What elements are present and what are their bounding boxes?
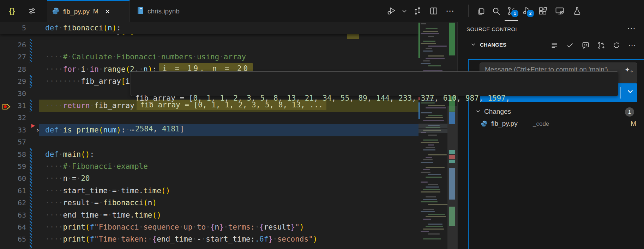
open-changes-icon[interactable] bbox=[412, 6, 423, 16]
extensions-icon[interactable] bbox=[537, 6, 548, 16]
modified-line-gutter-stripe bbox=[30, 100, 32, 112]
fold-chevron-icon[interactable]: › bbox=[35, 124, 40, 136]
line-number[interactable]: 33 bbox=[0, 124, 26, 136]
explorer-copy-icon[interactable] bbox=[476, 6, 486, 16]
commit-dropdown-chevron-icon[interactable] bbox=[627, 88, 634, 96]
sticky-line-code: def·fibonacci(n): bbox=[45, 22, 121, 34]
changes-section-header[interactable]: CHANGES bbox=[458, 39, 644, 52]
create-pull-request-icon[interactable] bbox=[596, 40, 606, 50]
modified-line-gutter-stripe bbox=[30, 75, 32, 88]
panel-title: SOURCE CONTROL bbox=[467, 26, 518, 32]
commit-split-divider bbox=[620, 87, 621, 99]
tab-label: fib_py.py bbox=[63, 8, 90, 16]
tab-fib-py[interactable]: fib_py.py M × bbox=[47, 0, 130, 22]
active-view-underline bbox=[505, 20, 518, 21]
refresh-icon[interactable] bbox=[612, 40, 621, 50]
toolbar-divider bbox=[468, 5, 469, 17]
tab-chris-ipynb[interactable]: chris.ipynb bbox=[130, 0, 197, 22]
changes-count-badge: 1 bbox=[625, 107, 634, 117]
source-control-icon[interactable]: 1 bbox=[506, 6, 517, 16]
partially-scrolled-line: ········fib_array[1]·=·1 bbox=[0, 34, 419, 39]
modified-line-gutter-stripe bbox=[30, 197, 32, 209]
inline-hint-fragment bbox=[347, 34, 359, 39]
layout-controls-icon[interactable] bbox=[27, 6, 37, 16]
view-as-list-icon[interactable] bbox=[549, 40, 559, 50]
run-debug-python-icon[interactable] bbox=[386, 6, 397, 16]
tooltip-line-2: 2584, 4181] bbox=[135, 124, 614, 134]
line-number[interactable]: 63 bbox=[0, 209, 26, 221]
search-icon[interactable] bbox=[491, 6, 501, 16]
line-number[interactable]: 65 bbox=[0, 233, 26, 245]
panel-more-icon[interactable]: ⋯ bbox=[627, 23, 636, 33]
tab-close-icon[interactable]: × bbox=[103, 7, 112, 16]
modified-line-gutter-stripe bbox=[30, 148, 32, 161]
source-control-badge: 1 bbox=[511, 9, 519, 18]
section-chevron-icon[interactable] bbox=[471, 42, 476, 48]
line-number[interactable]: 64 bbox=[0, 221, 26, 233]
line-number[interactable]: 59 bbox=[0, 160, 26, 172]
sticky-scroll-line[interactable]: 5 def·fibonacci(n): bbox=[0, 22, 419, 34]
modified-line-gutter-stripe bbox=[30, 160, 32, 173]
debug-value-tooltip: fib_array = [0, 1, 1, 2, 3, 5, 8, 13, 21… bbox=[131, 71, 618, 96]
code-line-26[interactable]: 26 bbox=[0, 39, 419, 51]
tab-label: chris.ipynb bbox=[148, 7, 180, 15]
debug-badge: 2 bbox=[526, 9, 535, 18]
braces-icon[interactable]: {} bbox=[6, 0, 18, 22]
line-number[interactable]: 29 bbox=[0, 75, 26, 87]
tooltip-line-1: fib_array = [0, 1, 1, 2, 3, 5, 8, 13, 21… bbox=[135, 93, 614, 103]
modified-status-badge: M bbox=[631, 120, 636, 128]
section-more-icon[interactable]: ⋯ bbox=[627, 40, 637, 50]
run-and-debug-icon[interactable]: 2 bbox=[522, 6, 532, 16]
vscode-window: {} fib_py.py M × bbox=[0, 0, 644, 249]
section-label: CHANGES bbox=[480, 42, 506, 48]
line-number[interactable]: 61 bbox=[0, 185, 26, 197]
modified-line-gutter-stripe bbox=[30, 233, 32, 245]
code-line-62[interactable]: 62····result·=·fibonacci(n) bbox=[0, 197, 419, 209]
code-line-65[interactable]: 65····print(f"Time·taken:·{end_time·-·st… bbox=[0, 233, 419, 245]
line-number[interactable]: 62 bbox=[0, 197, 26, 209]
remote-explorer-icon[interactable] bbox=[554, 6, 565, 16]
gutter-flag-icon bbox=[31, 124, 35, 128]
modified-line-gutter-stripe bbox=[30, 172, 32, 185]
line-number[interactable]: 32 bbox=[0, 112, 26, 124]
notebook-file-icon bbox=[137, 7, 144, 16]
line-number[interactable]: 60 bbox=[0, 172, 26, 184]
modified-line-gutter-stripe bbox=[30, 185, 32, 197]
testing-beaker-icon[interactable] bbox=[572, 6, 582, 16]
code-line-60[interactable]: 60····n·=·20 bbox=[0, 172, 419, 185]
modified-line-gutter-stripe bbox=[30, 39, 32, 51]
generate-commit-message-sparkle-icon[interactable]: ✦✧ bbox=[625, 66, 633, 74]
modified-line-gutter-stripe bbox=[30, 51, 32, 63]
code-line-61[interactable]: 61····start_time·=·time.time() bbox=[0, 185, 419, 197]
tab-modified-indicator: M bbox=[93, 8, 98, 15]
split-editor-icon[interactable] bbox=[428, 6, 439, 16]
run-dropdown-chevron-icon[interactable] bbox=[401, 6, 408, 16]
modified-line-gutter-stripe bbox=[30, 209, 32, 221]
commit-check-icon[interactable] bbox=[565, 40, 575, 50]
editor-more-actions-icon[interactable]: ⋯ bbox=[445, 6, 455, 16]
line-number[interactable]: 26 bbox=[0, 39, 26, 51]
tab-bar: {} fib_py.py M × bbox=[0, 0, 644, 22]
line-number[interactable]: 58 bbox=[0, 148, 26, 160]
code-line-59[interactable]: 59····#·Fibonacci·example bbox=[0, 160, 419, 173]
comment-code-icon[interactable] bbox=[580, 40, 590, 50]
code-line-66[interactable]: 66 bbox=[0, 245, 419, 249]
code-line-27[interactable]: 27····#·Calculate·Fibonacci·numbers·usin… bbox=[0, 51, 419, 63]
line-number[interactable]: 30 bbox=[0, 88, 26, 100]
line-number[interactable]: 28 bbox=[0, 63, 26, 75]
code-line-63[interactable]: 63····end_time·=·time.time() bbox=[0, 209, 419, 221]
line-number[interactable]: 27 bbox=[0, 51, 26, 63]
python-file-icon bbox=[52, 7, 60, 16]
code-line-64[interactable]: 64····print(f"Fibonacci·sequence·up·to·{… bbox=[0, 221, 419, 233]
modified-line-gutter-stripe bbox=[30, 221, 32, 233]
modified-line-gutter-stripe bbox=[30, 245, 32, 249]
line-number[interactable]: 57 bbox=[0, 136, 26, 148]
line-number[interactable]: 66 bbox=[0, 245, 26, 249]
sticky-line-number: 5 bbox=[0, 22, 26, 34]
